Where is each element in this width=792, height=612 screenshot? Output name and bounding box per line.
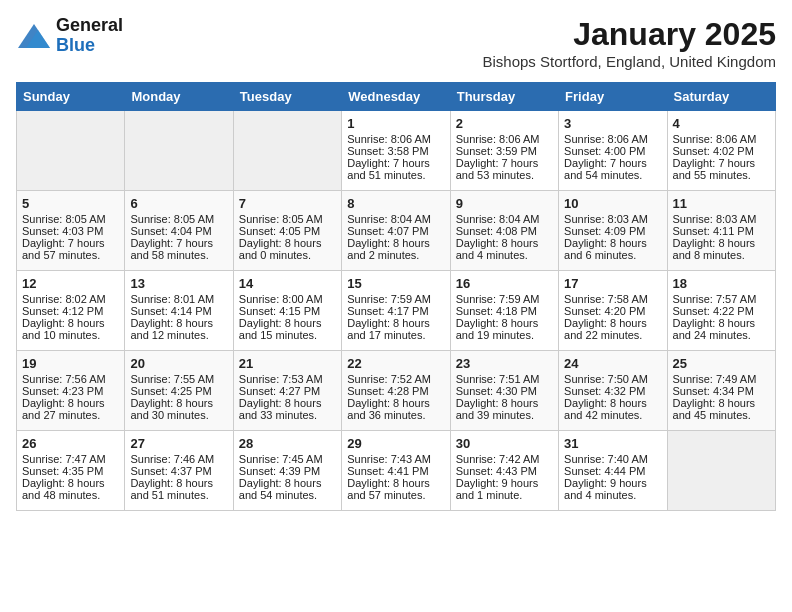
day-info: Daylight: 8 hours and 19 minutes.: [456, 317, 553, 341]
day-info: Daylight: 7 hours and 55 minutes.: [673, 157, 770, 181]
day-cell: 1Sunrise: 8:06 AMSunset: 3:58 PMDaylight…: [342, 111, 450, 191]
day-cell: 10Sunrise: 8:03 AMSunset: 4:09 PMDayligh…: [559, 191, 667, 271]
day-number: 14: [239, 276, 336, 291]
day-info: Sunset: 4:14 PM: [130, 305, 227, 317]
day-cell: 27Sunrise: 7:46 AMSunset: 4:37 PMDayligh…: [125, 431, 233, 511]
week-row-0: 1Sunrise: 8:06 AMSunset: 3:58 PMDaylight…: [17, 111, 776, 191]
day-number: 8: [347, 196, 444, 211]
day-info: Daylight: 8 hours and 54 minutes.: [239, 477, 336, 501]
day-cell: 29Sunrise: 7:43 AMSunset: 4:41 PMDayligh…: [342, 431, 450, 511]
day-info: Sunset: 4:32 PM: [564, 385, 661, 397]
day-info: Daylight: 7 hours and 58 minutes.: [130, 237, 227, 261]
day-cell: 28Sunrise: 7:45 AMSunset: 4:39 PMDayligh…: [233, 431, 341, 511]
day-number: 2: [456, 116, 553, 131]
day-info: Daylight: 8 hours and 33 minutes.: [239, 397, 336, 421]
day-info: Sunset: 4:18 PM: [456, 305, 553, 317]
day-cell: 16Sunrise: 7:59 AMSunset: 4:18 PMDayligh…: [450, 271, 558, 351]
day-info: Sunrise: 8:05 AM: [239, 213, 336, 225]
day-cell: [667, 431, 775, 511]
day-number: 30: [456, 436, 553, 451]
day-cell: 31Sunrise: 7:40 AMSunset: 4:44 PMDayligh…: [559, 431, 667, 511]
day-info: Sunset: 3:59 PM: [456, 145, 553, 157]
day-info: Daylight: 8 hours and 42 minutes.: [564, 397, 661, 421]
day-info: Sunset: 4:11 PM: [673, 225, 770, 237]
day-info: Sunrise: 8:06 AM: [347, 133, 444, 145]
day-info: Sunrise: 7:55 AM: [130, 373, 227, 385]
weekday-header-tuesday: Tuesday: [233, 83, 341, 111]
day-info: Sunset: 3:58 PM: [347, 145, 444, 157]
day-cell: 22Sunrise: 7:52 AMSunset: 4:28 PMDayligh…: [342, 351, 450, 431]
day-info: Sunrise: 7:56 AM: [22, 373, 119, 385]
day-number: 25: [673, 356, 770, 371]
day-number: 27: [130, 436, 227, 451]
day-info: Daylight: 8 hours and 15 minutes.: [239, 317, 336, 341]
week-row-3: 19Sunrise: 7:56 AMSunset: 4:23 PMDayligh…: [17, 351, 776, 431]
day-info: Sunrise: 7:46 AM: [130, 453, 227, 465]
day-info: Sunset: 4:30 PM: [456, 385, 553, 397]
day-number: 1: [347, 116, 444, 131]
day-info: Daylight: 8 hours and 57 minutes.: [347, 477, 444, 501]
day-cell: 21Sunrise: 7:53 AMSunset: 4:27 PMDayligh…: [233, 351, 341, 431]
day-info: Daylight: 7 hours and 53 minutes.: [456, 157, 553, 181]
logo-text: General Blue: [56, 16, 123, 56]
weekday-header-row: SundayMondayTuesdayWednesdayThursdayFrid…: [17, 83, 776, 111]
day-info: Sunset: 4:41 PM: [347, 465, 444, 477]
calendar-table: SundayMondayTuesdayWednesdayThursdayFrid…: [16, 82, 776, 511]
day-info: Sunset: 4:35 PM: [22, 465, 119, 477]
day-info: Sunset: 4:03 PM: [22, 225, 119, 237]
day-info: Sunset: 4:07 PM: [347, 225, 444, 237]
month-title: January 2025: [482, 16, 776, 53]
day-cell: 26Sunrise: 7:47 AMSunset: 4:35 PMDayligh…: [17, 431, 125, 511]
day-info: Daylight: 8 hours and 6 minutes.: [564, 237, 661, 261]
day-info: Sunrise: 7:59 AM: [347, 293, 444, 305]
day-info: Daylight: 8 hours and 12 minutes.: [130, 317, 227, 341]
day-info: Daylight: 7 hours and 51 minutes.: [347, 157, 444, 181]
day-info: Sunrise: 8:05 AM: [22, 213, 119, 225]
day-cell: 5Sunrise: 8:05 AMSunset: 4:03 PMDaylight…: [17, 191, 125, 271]
day-info: Sunset: 4:27 PM: [239, 385, 336, 397]
day-cell: 25Sunrise: 7:49 AMSunset: 4:34 PMDayligh…: [667, 351, 775, 431]
day-number: 10: [564, 196, 661, 211]
day-number: 29: [347, 436, 444, 451]
day-info: Sunset: 4:43 PM: [456, 465, 553, 477]
day-info: Sunset: 4:23 PM: [22, 385, 119, 397]
day-cell: 12Sunrise: 8:02 AMSunset: 4:12 PMDayligh…: [17, 271, 125, 351]
day-info: Sunrise: 7:49 AM: [673, 373, 770, 385]
day-info: Sunrise: 7:40 AM: [564, 453, 661, 465]
day-info: Daylight: 8 hours and 2 minutes.: [347, 237, 444, 261]
day-number: 31: [564, 436, 661, 451]
weekday-header-friday: Friday: [559, 83, 667, 111]
day-cell: 19Sunrise: 7:56 AMSunset: 4:23 PMDayligh…: [17, 351, 125, 431]
day-cell: 8Sunrise: 8:04 AMSunset: 4:07 PMDaylight…: [342, 191, 450, 271]
day-number: 23: [456, 356, 553, 371]
day-info: Daylight: 8 hours and 10 minutes.: [22, 317, 119, 341]
day-cell: 9Sunrise: 8:04 AMSunset: 4:08 PMDaylight…: [450, 191, 558, 271]
day-number: 17: [564, 276, 661, 291]
day-info: Daylight: 8 hours and 51 minutes.: [130, 477, 227, 501]
day-info: Sunset: 4:34 PM: [673, 385, 770, 397]
day-number: 7: [239, 196, 336, 211]
logo-line1: General: [56, 16, 123, 36]
day-cell: 24Sunrise: 7:50 AMSunset: 4:32 PMDayligh…: [559, 351, 667, 431]
day-number: 28: [239, 436, 336, 451]
day-info: Daylight: 7 hours and 57 minutes.: [22, 237, 119, 261]
week-row-1: 5Sunrise: 8:05 AMSunset: 4:03 PMDaylight…: [17, 191, 776, 271]
weekday-header-sunday: Sunday: [17, 83, 125, 111]
day-cell: 2Sunrise: 8:06 AMSunset: 3:59 PMDaylight…: [450, 111, 558, 191]
day-info: Sunset: 4:12 PM: [22, 305, 119, 317]
weekday-header-monday: Monday: [125, 83, 233, 111]
day-info: Daylight: 8 hours and 45 minutes.: [673, 397, 770, 421]
day-info: Sunrise: 8:03 AM: [673, 213, 770, 225]
day-info: Sunset: 4:15 PM: [239, 305, 336, 317]
day-info: Sunrise: 7:51 AM: [456, 373, 553, 385]
day-number: 12: [22, 276, 119, 291]
day-number: 9: [456, 196, 553, 211]
day-info: Sunrise: 8:00 AM: [239, 293, 336, 305]
week-row-2: 12Sunrise: 8:02 AMSunset: 4:12 PMDayligh…: [17, 271, 776, 351]
day-cell: 13Sunrise: 8:01 AMSunset: 4:14 PMDayligh…: [125, 271, 233, 351]
day-number: 24: [564, 356, 661, 371]
day-info: Sunset: 4:09 PM: [564, 225, 661, 237]
day-info: Daylight: 9 hours and 4 minutes.: [564, 477, 661, 501]
weekday-header-saturday: Saturday: [667, 83, 775, 111]
logo-icon: [16, 22, 52, 50]
